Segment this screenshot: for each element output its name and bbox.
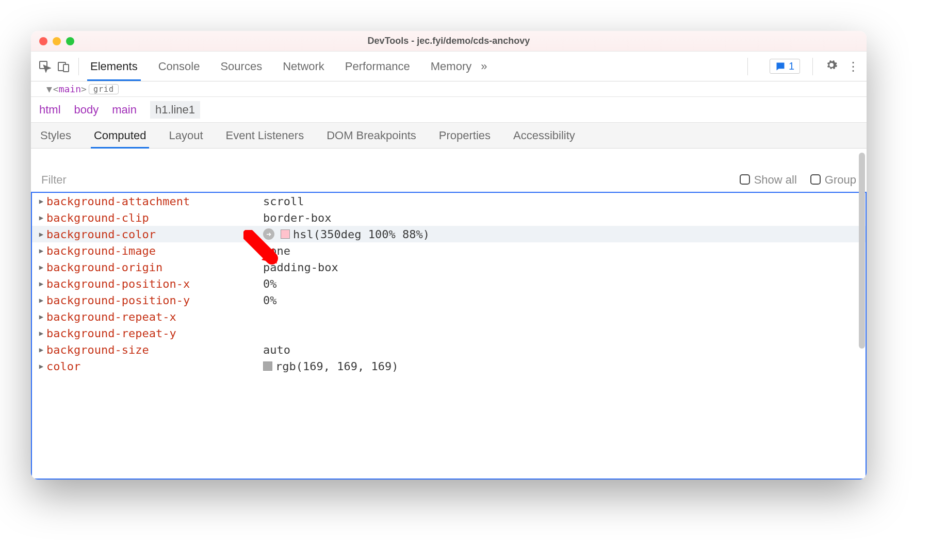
property-value[interactable]: rgb(169, 169, 169) xyxy=(263,360,398,373)
property-row[interactable]: ▶colorrgb(169, 169, 169) xyxy=(32,358,866,374)
panel-tab-elements[interactable]: Elements xyxy=(89,53,139,80)
property-value[interactable]: border-box xyxy=(263,211,331,224)
separator xyxy=(812,58,813,75)
goto-source-icon[interactable]: ➜ xyxy=(263,228,274,240)
disclosure-icon[interactable]: ▶ xyxy=(37,345,45,354)
property-name: background-repeat-x xyxy=(46,310,263,323)
property-row[interactable]: ▶background-position-x0% xyxy=(32,275,866,292)
property-row[interactable]: ▶background-repeat-x xyxy=(32,308,866,325)
property-value-text: 0% xyxy=(263,294,277,307)
property-name: background-repeat-y xyxy=(46,327,263,340)
property-value-text: border-box xyxy=(263,211,331,224)
property-value[interactable]: ➜hsl(350deg 100% 88%) xyxy=(263,228,430,241)
settings-icon[interactable] xyxy=(825,59,838,74)
titlebar: DevTools - jec.fyi/demo/cds-anchovy xyxy=(31,31,867,52)
property-row[interactable]: ▶background-originpadding-box xyxy=(32,259,866,275)
issues-count: 1 xyxy=(789,60,794,72)
property-name: background-position-y xyxy=(46,294,263,307)
color-swatch[interactable] xyxy=(263,361,272,371)
property-value-text: rgb(169, 169, 169) xyxy=(275,360,398,373)
disclosure-icon[interactable]: ▶ xyxy=(37,329,45,337)
disclosure-icon[interactable]: ▶ xyxy=(37,296,45,304)
disclosure-icon[interactable]: ▶ xyxy=(37,197,45,205)
breadcrumb-item[interactable]: html xyxy=(39,103,61,117)
property-name: color xyxy=(46,360,263,373)
property-row[interactable]: ▶background-clipborder-box xyxy=(32,209,866,226)
device-toolbar-icon[interactable] xyxy=(57,60,70,73)
devtools-window: DevTools - jec.fyi/demo/cds-anchovy Elem… xyxy=(31,31,867,480)
svg-rect-2 xyxy=(63,64,69,72)
property-value-text: 0% xyxy=(263,277,277,290)
panel-tab-network[interactable]: Network xyxy=(282,53,325,80)
separator xyxy=(747,58,748,75)
property-name: background-position-x xyxy=(46,277,263,290)
property-row[interactable]: ▶background-repeat-y xyxy=(32,325,866,341)
disclosure-icon[interactable]: ▶ xyxy=(37,230,45,238)
filter-bar: Filter Show all Group xyxy=(31,149,867,193)
subtab-styles[interactable]: Styles xyxy=(39,123,72,148)
property-value-text: padding-box xyxy=(263,261,338,274)
subtab-computed[interactable]: Computed xyxy=(93,123,148,148)
subtab-dom-breakpoints[interactable]: DOM Breakpoints xyxy=(325,123,417,148)
breadcrumb-item[interactable]: h1.line1 xyxy=(150,101,200,119)
property-value[interactable]: scroll xyxy=(263,195,304,208)
disclosure-icon[interactable]: ▶ xyxy=(37,362,45,370)
property-value[interactable]: auto xyxy=(263,343,290,356)
panel-tab-sources[interactable]: Sources xyxy=(219,53,263,80)
dom-tagname: main xyxy=(59,84,81,94)
checkbox-icon xyxy=(810,174,821,185)
property-row[interactable]: ▶background-position-y0% xyxy=(32,292,866,308)
elements-subtabs: StylesComputedLayoutEvent ListenersDOM B… xyxy=(31,123,867,149)
grid-badge[interactable]: grid xyxy=(89,84,119,94)
property-value[interactable]: 0% xyxy=(263,277,277,290)
scrollbar-thumb[interactable] xyxy=(859,153,865,349)
subtab-properties[interactable]: Properties xyxy=(438,123,492,148)
property-value-text: hsl(350deg 100% 88%) xyxy=(293,228,430,241)
panel-tab-memory[interactable]: Memory xyxy=(430,53,472,80)
property-row[interactable]: ▶background-attachmentscroll xyxy=(32,193,866,209)
group-checkbox[interactable]: Group xyxy=(810,173,856,187)
property-name: background-color xyxy=(46,228,263,241)
color-swatch[interactable] xyxy=(281,229,290,239)
property-row[interactable]: ▶background-imagenone xyxy=(32,242,866,259)
more-menu-icon[interactable]: ⋮ xyxy=(847,59,859,74)
disclosure-icon[interactable]: ▶ xyxy=(37,213,45,222)
separator xyxy=(78,58,79,75)
property-name: background-image xyxy=(46,244,263,257)
property-value[interactable]: 0% xyxy=(263,294,277,307)
window-title: DevTools - jec.fyi/demo/cds-anchovy xyxy=(31,36,867,46)
breadcrumbs: htmlbodymainh1.line1 xyxy=(31,97,867,123)
panel-tab-console[interactable]: Console xyxy=(157,53,201,80)
filter-input[interactable]: Filter xyxy=(41,173,67,187)
property-value[interactable]: padding-box xyxy=(263,261,338,274)
issues-badge[interactable]: 1 xyxy=(770,59,800,74)
dom-tree-strip[interactable]: ▼ <main> grid xyxy=(31,81,867,97)
property-row[interactable]: ▶background-color➜hsl(350deg 100% 88%) xyxy=(32,226,866,242)
disclosure-icon[interactable]: ▶ xyxy=(37,263,45,271)
subtab-event-listeners[interactable]: Event Listeners xyxy=(225,123,305,148)
property-value-text: none xyxy=(263,244,290,257)
show-all-checkbox[interactable]: Show all xyxy=(740,173,797,187)
inspect-element-icon[interactable] xyxy=(38,60,52,73)
disclosure-icon[interactable]: ▶ xyxy=(37,279,45,288)
property-name: background-attachment xyxy=(46,195,263,208)
property-value-text: auto xyxy=(263,343,290,356)
more-tabs-icon[interactable]: » xyxy=(481,60,487,73)
breadcrumb-item[interactable]: main xyxy=(112,103,137,117)
breadcrumb-item[interactable]: body xyxy=(74,103,99,117)
property-name: background-clip xyxy=(46,211,263,224)
property-name: background-origin xyxy=(46,261,263,274)
property-value[interactable]: none xyxy=(263,244,290,257)
disclosure-icon[interactable]: ▶ xyxy=(37,246,45,255)
subtab-accessibility[interactable]: Accessibility xyxy=(512,123,576,148)
chat-icon xyxy=(775,61,786,72)
checkbox-icon xyxy=(740,174,750,185)
computed-properties-list[interactable]: ▶background-attachmentscroll▶background-… xyxy=(31,193,867,480)
property-value-text: scroll xyxy=(263,195,304,208)
panel-tabs: ElementsConsoleSourcesNetworkPerformance… xyxy=(89,53,472,80)
main-toolbar: ElementsConsoleSourcesNetworkPerformance… xyxy=(31,52,867,81)
panel-tab-performance[interactable]: Performance xyxy=(344,53,411,80)
subtab-layout[interactable]: Layout xyxy=(168,123,204,148)
property-row[interactable]: ▶background-sizeauto xyxy=(32,341,866,358)
disclosure-icon[interactable]: ▶ xyxy=(37,312,45,321)
